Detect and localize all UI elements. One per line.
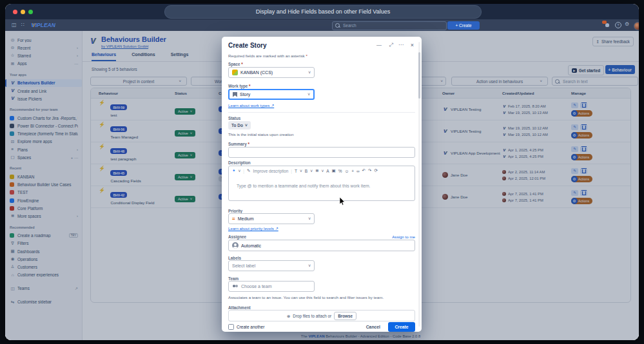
required-note: Required fields are marked with an aster… — [228, 53, 307, 58]
description-placeholder: Type @ to mention a teammate and notify … — [237, 184, 371, 188]
create-button[interactable]: Create — [388, 322, 415, 332]
code-icon[interactable]: % — [338, 169, 342, 173]
text-style-icon[interactable]: T — [295, 169, 297, 173]
top-navbar: ◫ ∷ VIPLEAN + Create ? ⚙ — [5, 19, 639, 31]
global-create-button[interactable]: + Create — [447, 21, 480, 30]
improve-description-label[interactable]: Improve description — [253, 169, 288, 173]
drop-text: Drop files to attach or — [293, 314, 331, 318]
viplean-logo-mark: V — [31, 22, 35, 28]
settings-gear-icon[interactable]: ⚙ — [625, 21, 629, 27]
global-search-input[interactable] — [342, 23, 441, 28]
chevron-down-icon[interactable]: ˅ — [300, 169, 302, 173]
insert-icon[interactable]: + — [351, 169, 354, 173]
kanban-space-icon — [232, 70, 238, 75]
redo-icon[interactable]: ↷ — [368, 168, 371, 173]
zoom-window-button[interactable] — [28, 10, 33, 14]
team-select[interactable]: Choose a team — [228, 281, 315, 292]
create-another-label: Create another — [237, 325, 264, 329]
editor-toolbar: ✦ ˅ | ✎ Improve description | T˅B˅≣˅A▣%☺… — [229, 166, 415, 173]
description-label: Description — [228, 160, 251, 165]
close-window-button[interactable] — [13, 10, 17, 14]
close-modal-icon[interactable]: × — [411, 43, 414, 48]
emoji-icon[interactable]: ☺ — [345, 169, 349, 173]
labels-placeholder: Select label — [232, 263, 255, 268]
chevron-down-icon: ˅ — [308, 263, 311, 268]
team-placeholder: Choose a team — [241, 284, 271, 289]
toolbar-icons: T˅B˅≣˅A▣%☺+∞↶↷⟳ — [295, 168, 378, 173]
priority-select[interactable]: = Medium ˅ — [228, 213, 315, 224]
help-icon[interactable]: ? — [615, 22, 621, 28]
story-type-icon — [233, 92, 237, 97]
labels-select[interactable]: Select label ˅ — [228, 260, 315, 271]
desktop: Display and Hide Fields based on other F… — [0, 0, 644, 344]
viplean-logo[interactable]: VIPLEAN — [31, 22, 55, 28]
attachment-dropzone[interactable]: ⊕ Drop files to attach or Browse — [228, 310, 415, 321]
modal-footer: Create another Cancel Create — [228, 322, 415, 332]
modal-divider — [228, 112, 415, 113]
priority-medium-icon: = — [232, 216, 235, 222]
sidebar-toggle-icon[interactable]: ◫ — [12, 22, 17, 28]
viplean-logo-text: IPLEAN — [35, 22, 55, 28]
more-options-icon[interactable]: ⋯ — [398, 43, 404, 48]
space-label: Space * — [228, 62, 243, 66]
team-people-icon — [232, 284, 239, 289]
window-title: Display and Hide Fields based on other F… — [164, 5, 482, 19]
link-icon[interactable]: ∞ — [356, 169, 360, 173]
space-value: KANBAN (CCS) — [240, 70, 273, 75]
app-window: Display and Hide Fields based on other F… — [5, 4, 639, 340]
summary-input[interactable] — [228, 147, 415, 158]
expand-modal-icon[interactable]: ⤢ — [389, 43, 393, 48]
summary-label: Summary * — [228, 142, 249, 146]
status-label: Status — [228, 116, 240, 120]
assignee-label: Assignee — [228, 234, 246, 239]
worktype-label: Work type * — [228, 84, 251, 88]
priority-label: Priority — [228, 209, 242, 213]
notifications-bell-icon[interactable] — [605, 23, 610, 28]
worktype-select[interactable]: Story ˅ — [228, 89, 315, 100]
description-editor[interactable]: ✦ ˅ | ✎ Improve description | T˅B˅≣˅A▣%☺… — [228, 166, 415, 201]
learn-work-types-link[interactable]: Learn about work types ↗ — [228, 103, 274, 108]
learn-priority-link[interactable]: Learn about priority levels ↗ — [228, 226, 278, 231]
chevron-down-icon: ˅ — [307, 92, 310, 97]
scrollbar-thumb[interactable] — [418, 52, 420, 99]
list-icon[interactable]: ≣ — [315, 168, 318, 173]
team-helper: Associates a team to an issue. You can u… — [228, 295, 384, 300]
chevron-down-icon: ˅ — [245, 123, 248, 128]
attach-icon: ⊕ — [287, 314, 290, 318]
priority-value: Medium — [238, 216, 254, 221]
image-icon[interactable]: ▣ — [332, 168, 336, 173]
assignee-select[interactable]: Automatic — [228, 240, 415, 251]
chevron-down-icon[interactable]: ˅ — [321, 169, 324, 173]
attachment-label: Attachment — [228, 305, 251, 310]
mouse-cursor — [340, 197, 346, 205]
labels-label: Labels — [228, 256, 241, 260]
chevron-down-icon[interactable]: ˅ — [238, 169, 240, 173]
worktype-value: Story — [240, 92, 250, 97]
search-icon — [335, 23, 340, 28]
space-select[interactable]: KANBAN (CCS) ˅ — [228, 67, 315, 78]
create-another-checkbox[interactable] — [228, 324, 234, 330]
status-dropdown[interactable]: To Do ˅ — [228, 121, 251, 129]
team-label: Team — [228, 276, 239, 281]
undo-icon[interactable]: ↶ — [362, 168, 366, 173]
appearance-icon[interactable]: A — [326, 169, 329, 173]
history-icon[interactable]: ⟳ — [375, 168, 378, 173]
user-avatar[interactable] — [634, 22, 639, 30]
status-value: To Do — [231, 123, 243, 128]
minimize-modal-icon[interactable]: — — [376, 43, 382, 48]
browse-button[interactable]: Browse — [334, 312, 356, 320]
app-switcher-icon[interactable]: ∷ — [21, 22, 24, 28]
notification-badge — [602, 21, 607, 24]
ai-icon[interactable]: ✦ — [232, 168, 235, 173]
assignee-value: Automatic — [241, 244, 261, 248]
bold-icon[interactable]: B — [305, 169, 307, 173]
modal-scrollbar[interactable] — [418, 42, 420, 327]
chevron-down-icon: ˅ — [308, 216, 311, 221]
cancel-button[interactable]: Cancel — [366, 325, 380, 329]
minimize-window-button[interactable] — [21, 10, 25, 14]
toolbar-divider: | — [243, 169, 244, 173]
improve-description-icon[interactable]: ✎ — [247, 168, 250, 173]
assign-to-me-link[interactable]: Assign to me — [392, 234, 415, 239]
chevron-down-icon[interactable]: ˅ — [310, 169, 313, 173]
global-search[interactable] — [332, 21, 447, 30]
